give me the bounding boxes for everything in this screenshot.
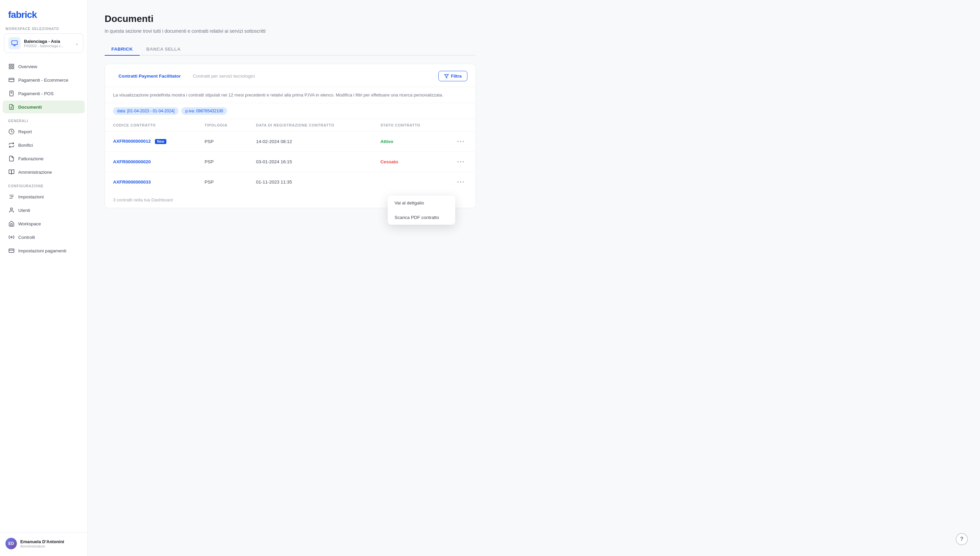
sub-tabs: Contratti Payment Facilitator Contratti … [113, 71, 438, 81]
status-badge: Cessato [380, 159, 398, 164]
cell-data: 01-11-2023 11:35 [248, 172, 372, 192]
chevron-down-icon: ⌄ [75, 40, 79, 46]
badge-new: New [155, 139, 167, 144]
workspace-selector[interactable]: Balenciaga - Asia P00002 - balenciaga.c.… [4, 33, 83, 53]
table-row: AXFR0000000012 New PSP 14-02-2024 08:12 … [105, 131, 475, 152]
col-tipologia: TIPOLOGIA [196, 119, 248, 132]
svg-point-18 [10, 208, 13, 210]
impostazioni-pagamenti-icon [8, 247, 15, 254]
contracts-table: CODICE CONTRATTO TIPOLOGIA DATA DI REGIS… [105, 119, 475, 192]
dropdown-menu: Vai al dettgalio Scarica PDF contratto [388, 196, 455, 225]
more-actions-button[interactable]: ··· [454, 157, 467, 166]
col-actions [446, 119, 475, 132]
cell-more: ··· [446, 152, 475, 172]
documents-card: Contratti Payment Facilitator Contratti … [105, 64, 476, 208]
workspace-icon [8, 37, 21, 49]
contract-link[interactable]: AXFR0000000012 [113, 139, 151, 144]
payments-ecommerce-icon [8, 77, 15, 83]
contract-link[interactable]: AXFR0000000020 [113, 159, 151, 164]
contract-link[interactable]: AXFR0000000033 [113, 179, 151, 184]
monitor-icon [11, 40, 18, 47]
svg-rect-6 [12, 67, 14, 69]
controlli-icon [8, 234, 15, 241]
chip-date[interactable]: data: [01-04-2023 - 01-04-2024] [113, 107, 178, 115]
cell-codice: AXFR0000000033 [105, 172, 196, 192]
sidebar-item-label: Controlli [18, 235, 35, 240]
sidebar-item-label: Overview [18, 64, 37, 69]
sidebar-item-label: Amministrazione [18, 170, 52, 175]
chip-piva[interactable]: p.iva: 098765432100 [181, 107, 227, 115]
sidebar: fabrick WORKSPACE SELEZIONATO Balenciaga… [0, 0, 88, 556]
more-actions-button[interactable]: ··· [454, 178, 467, 187]
sidebar-item-bonifici[interactable]: Bonifici [3, 139, 85, 152]
page-title: Documenti [105, 13, 476, 24]
tab-banca-sella[interactable]: BANCA SELLA [140, 43, 188, 56]
help-button[interactable]: ? [956, 533, 968, 545]
sidebar-item-documenti[interactable]: Documenti [3, 100, 85, 113]
overview-icon [8, 63, 15, 70]
cell-stato: Cessato [372, 152, 446, 172]
amministrazione-icon [8, 169, 15, 175]
cell-stato: Attivo [372, 131, 446, 152]
dropdown-item-pdf[interactable]: Scarica PDF contratto [388, 210, 455, 225]
subtab-contratti-servizi[interactable]: Contratti per servizi tecnologici [188, 71, 260, 81]
main-tabs: FABRICK BANCA SELLA [105, 43, 476, 56]
fatturazione-icon [8, 155, 15, 162]
svg-point-19 [11, 236, 13, 238]
cell-tipologia: PSP [196, 172, 248, 192]
page-description: In questa sezione trovi tutti i document… [105, 28, 476, 34]
workspace-nav-icon [8, 220, 15, 227]
sidebar-item-fatturazione[interactable]: Fatturazione [3, 152, 85, 165]
cell-codice: AXFR0000000020 [105, 152, 196, 172]
more-actions-button[interactable]: ··· [454, 137, 467, 146]
sidebar-item-utenti[interactable]: Utenti [3, 204, 85, 217]
utenti-icon [8, 207, 15, 213]
workspace-name: Balenciaga - Asia [24, 39, 71, 44]
sidebar-item-label: Impostazioni pagamenti [18, 248, 66, 254]
report-icon [8, 128, 15, 135]
sidebar-item-pagamenti-pos[interactable]: Pagamenti - POS [3, 87, 85, 100]
avatar: ED [5, 538, 17, 549]
filter-button[interactable]: Filtra [438, 71, 467, 81]
cell-more: ··· [446, 131, 475, 152]
cell-stato [372, 172, 446, 192]
sidebar-item-overview[interactable]: Overview [3, 60, 85, 73]
logo-area: fabrick [0, 0, 87, 27]
sidebar-item-pagamenti-ecommerce[interactable]: Pagamenti - Ecommerce [3, 74, 85, 86]
impostazioni-icon [8, 193, 15, 200]
generali-section-label: GENERALI [0, 114, 87, 125]
info-text: La visualizzazione predefinita mostra i … [105, 87, 475, 103]
sidebar-item-workspace[interactable]: Workspace [3, 217, 85, 230]
table-row: AXFR0000000033 PSP 01-11-2023 11:35 ··· [105, 172, 475, 192]
sidebar-item-amministrazione[interactable]: Amministrazione [3, 166, 85, 178]
sidebar-item-label: Fatturazione [18, 156, 44, 161]
svg-rect-7 [9, 78, 14, 82]
col-data: DATA DI REGISTRAZIONE CONTRATTO [248, 119, 372, 132]
sidebar-item-report[interactable]: Report [3, 125, 85, 138]
svg-rect-3 [9, 64, 11, 66]
svg-marker-22 [445, 74, 448, 78]
workspace-section-label: WORKSPACE SELEZIONATO [0, 27, 87, 33]
sidebar-item-label: Utenti [18, 208, 30, 213]
sidebar-item-impostazioni-pagamenti[interactable]: Impostazioni pagamenti [3, 244, 85, 257]
payments-pos-icon [8, 90, 15, 97]
filter-chips: data: [01-04-2023 - 01-04-2024] p.iva: 0… [105, 103, 475, 119]
status-badge: Attivo [380, 139, 393, 144]
sidebar-item-label: Report [18, 129, 32, 134]
svg-rect-5 [9, 67, 11, 69]
sidebar-item-impostazioni[interactable]: Impostazioni [3, 190, 85, 203]
user-name: Emanuela D'Antonini [20, 539, 64, 544]
tab-fabrick[interactable]: FABRICK [105, 43, 140, 56]
sidebar-item-controlli[interactable]: Controlli [3, 231, 85, 244]
cell-codice: AXFR0000000012 New [105, 131, 196, 152]
documents-icon [8, 103, 15, 110]
user-profile-area[interactable]: ED Emanuela D'Antonini Amministratore [0, 532, 87, 549]
sidebar-item-label: Workspace [18, 221, 41, 226]
dropdown-item-dettaglio[interactable]: Vai al dettgalio [388, 196, 455, 210]
subtab-contratti-payment[interactable]: Contratti Payment Facilitator [113, 71, 186, 81]
user-info: Emanuela D'Antonini Amministratore [20, 539, 64, 548]
col-stato: STATO CONTRATTO [372, 119, 446, 132]
filter-icon [444, 74, 449, 79]
table-row: AXFR0000000020 PSP 03-01-2024 16:15 Cess… [105, 152, 475, 172]
bonifici-icon [8, 142, 15, 149]
